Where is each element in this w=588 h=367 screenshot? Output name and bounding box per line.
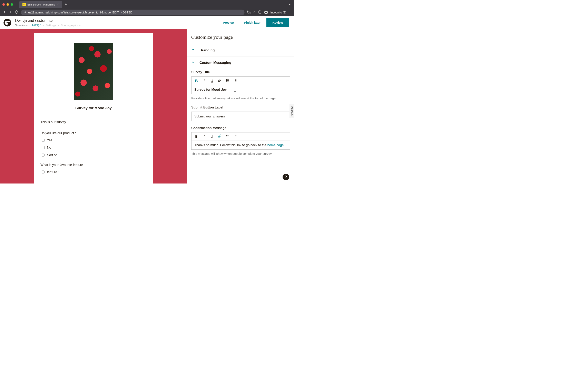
svg-point-4 — [6, 22, 7, 23]
survey-title-field: Survey Title B I U — [191, 70, 290, 100]
incognito-avatar-icon[interactable]: 🕶 — [264, 11, 268, 14]
window-close[interactable] — [2, 3, 5, 6]
option-row[interactable]: Sort of — [40, 153, 147, 157]
chevron-up-icon — [191, 60, 195, 65]
finish-later-button[interactable]: Finish later — [240, 18, 265, 27]
new-tab-button[interactable]: + — [65, 2, 67, 7]
confirmation-message-field: Confirmation Message B I U — [191, 126, 290, 156]
window-maximize[interactable] — [11, 3, 13, 6]
chevron-right-icon: › — [58, 24, 59, 27]
accordion-title: Custom Messaging — [199, 60, 231, 65]
italic-icon[interactable]: I — [202, 79, 206, 83]
svg-point-5 — [7, 22, 8, 23]
reload-button[interactable] — [15, 10, 18, 15]
extensions-icon[interactable] — [258, 10, 262, 15]
url-text: us21.admin.mailchimp.com/lists/surveys/e… — [28, 11, 132, 14]
browser-toolbar: us21.admin.mailchimp.com/lists/surveys/e… — [0, 9, 294, 16]
checkbox-icon[interactable] — [42, 154, 44, 156]
option-row[interactable]: No — [40, 146, 147, 150]
bold-icon[interactable]: B — [194, 79, 199, 83]
forward-button[interactable] — [9, 10, 12, 15]
text-cursor-icon — [235, 88, 235, 92]
bullet-list-icon[interactable] — [225, 79, 229, 83]
question-block: What is your favourite feature feature 1 — [40, 163, 147, 174]
address-bar[interactable]: us21.admin.mailchimp.com/lists/surveys/e… — [21, 9, 245, 15]
underline-icon[interactable]: U — [210, 134, 214, 138]
italic-icon[interactable]: I — [202, 134, 206, 138]
survey-title-editor[interactable]: B I U 123 — [191, 76, 290, 94]
svg-point-21 — [226, 135, 227, 135]
customize-sidebar: Customize your page Branding Custom Mess… — [187, 29, 294, 184]
accordion-title: Branding — [199, 48, 215, 52]
app-header: Design and customize Questions › Design … — [0, 16, 294, 29]
bold-icon[interactable]: B — [194, 134, 199, 138]
field-label: Survey Title — [191, 70, 290, 74]
chevron-down-icon — [191, 48, 195, 52]
submit-button-label-field: Submit Button Label — [191, 105, 290, 121]
survey-title-preview: Survey for Mood Joy — [40, 106, 147, 114]
checkbox-icon[interactable] — [42, 170, 44, 173]
svg-point-11 — [226, 81, 227, 82]
checkbox-icon[interactable] — [42, 139, 44, 142]
window-minimize[interactable] — [7, 3, 9, 6]
numbered-list-icon[interactable]: 123 — [233, 79, 237, 83]
crumb-questions[interactable]: Questions — [15, 24, 27, 27]
survey-preview-pane: Survey for Mood Joy This is our survey D… — [0, 29, 187, 184]
survey-card: Survey for Mood Joy This is our survey D… — [34, 33, 153, 184]
confirmation-message-input[interactable]: Thanks so much! Follow this link to go b… — [191, 141, 290, 150]
close-tab-icon[interactable]: ✕ — [57, 3, 59, 6]
crumb-sharing: Sharing options — [61, 24, 80, 27]
option-row[interactable]: feature 1 — [40, 170, 147, 174]
confirmation-link[interactable]: home page — [268, 143, 284, 147]
confirmation-editor[interactable]: B I U 123 — [191, 132, 290, 150]
accordion-header-custom-messaging[interactable]: Custom Messaging — [187, 57, 294, 69]
mailchimp-favicon: 🐵 — [22, 3, 26, 6]
bullet-list-icon[interactable] — [225, 134, 229, 138]
checkbox-icon[interactable] — [42, 146, 44, 149]
survey-title-input[interactable]: Survey for Mood Joy — [191, 85, 290, 94]
feedback-tab[interactable]: Feedback — [290, 104, 294, 118]
review-button[interactable]: Review — [266, 18, 289, 27]
survey-header-image — [74, 43, 113, 100]
submit-button-label-input[interactable] — [191, 111, 290, 121]
browser-tab-strip: 🐵 Edit Survey | Mailchimp ✕ + — [0, 0, 294, 9]
divider — [40, 114, 147, 114]
link-icon[interactable] — [218, 134, 222, 138]
accordion-header-branding[interactable]: Branding — [187, 44, 294, 56]
option-label: No — [47, 146, 51, 150]
browser-menu-icon[interactable]: ⋮ — [289, 11, 292, 14]
underline-icon[interactable]: U — [210, 79, 214, 83]
lock-icon — [24, 11, 26, 14]
svg-text:3: 3 — [234, 81, 234, 82]
link-icon[interactable] — [218, 79, 222, 83]
chevron-right-icon: › — [43, 24, 44, 27]
svg-point-23 — [226, 137, 227, 137]
window-controls — [2, 3, 13, 6]
survey-intro-text: This is our survey — [40, 120, 147, 124]
browser-tab[interactable]: 🐵 Edit Survey | Mailchimp ✕ — [19, 1, 62, 8]
svg-point-22 — [226, 136, 227, 136]
tab-title: Edit Survey | Mailchimp — [27, 3, 55, 6]
question-block: Do you like our product * Yes No Sort of — [40, 131, 147, 157]
incognito-label: Incognito (2) — [270, 11, 286, 14]
numbered-list-icon[interactable]: 123 — [233, 134, 237, 138]
question-text: What is your favourite feature — [40, 163, 147, 167]
crumb-design[interactable]: Design — [32, 23, 41, 27]
svg-point-3 — [5, 21, 9, 25]
helper-text: This message will show when people compl… — [191, 151, 290, 156]
back-button[interactable] — [2, 10, 6, 15]
preview-button[interactable]: Preview — [219, 18, 239, 27]
sidebar-heading: Customize your page — [187, 29, 294, 44]
svg-point-10 — [226, 80, 227, 81]
option-row[interactable]: Yes — [40, 138, 147, 142]
accordion-custom-messaging: Custom Messaging Survey Title B I U — [187, 56, 294, 165]
help-button[interactable]: ? — [283, 174, 289, 180]
breadcrumb: Questions › Design › Settings › Sharing … — [15, 23, 219, 27]
bookmark-star-icon[interactable]: ☆ — [253, 11, 256, 14]
mailchimp-logo[interactable] — [3, 18, 11, 27]
question-text: Do you like our product * — [40, 131, 147, 135]
tabs-overflow-icon[interactable] — [288, 2, 292, 7]
page-title: Design and customize — [15, 18, 219, 23]
eye-off-icon[interactable] — [247, 10, 251, 15]
option-label: feature 1 — [47, 170, 60, 174]
